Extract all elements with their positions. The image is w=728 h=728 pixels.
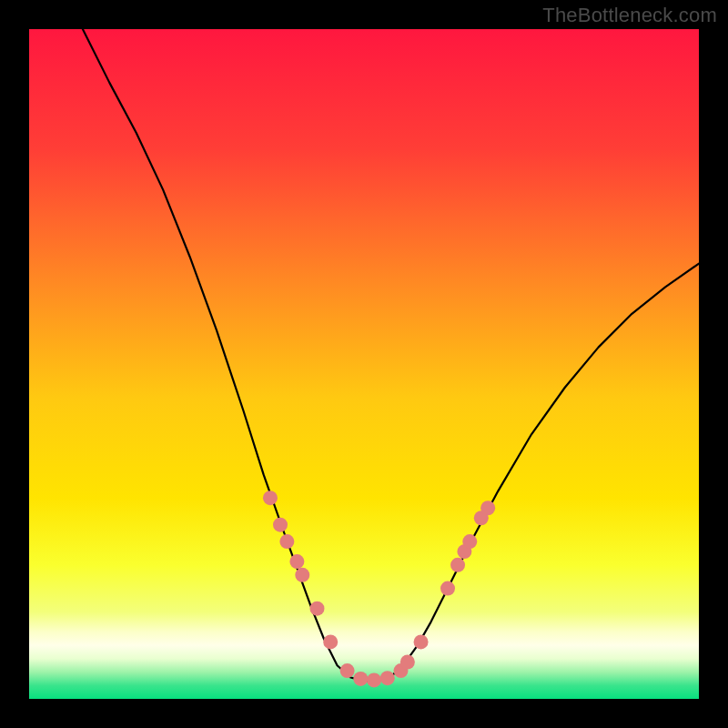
marker-point <box>340 663 355 678</box>
marker-point <box>263 490 278 505</box>
marker-point <box>367 672 381 687</box>
marker-point <box>309 602 324 616</box>
marker-point <box>480 500 495 515</box>
marker-point <box>380 671 395 685</box>
marker-point <box>450 558 465 572</box>
marker-point <box>295 568 309 582</box>
marker-point <box>323 634 338 649</box>
watermark-text: TheBottleneck.com <box>542 4 717 27</box>
marker-point <box>273 518 288 532</box>
gradient-background <box>29 29 699 699</box>
chart-svg <box>29 29 699 699</box>
marker-point <box>440 581 455 596</box>
marker-point <box>400 655 415 670</box>
marker-point <box>462 534 477 549</box>
marker-point <box>279 534 294 549</box>
chart-frame: TheBottleneck.com <box>0 0 728 728</box>
marker-point <box>353 672 368 686</box>
marker-point <box>414 634 429 649</box>
marker-point <box>289 554 304 569</box>
plot-area <box>29 29 699 699</box>
